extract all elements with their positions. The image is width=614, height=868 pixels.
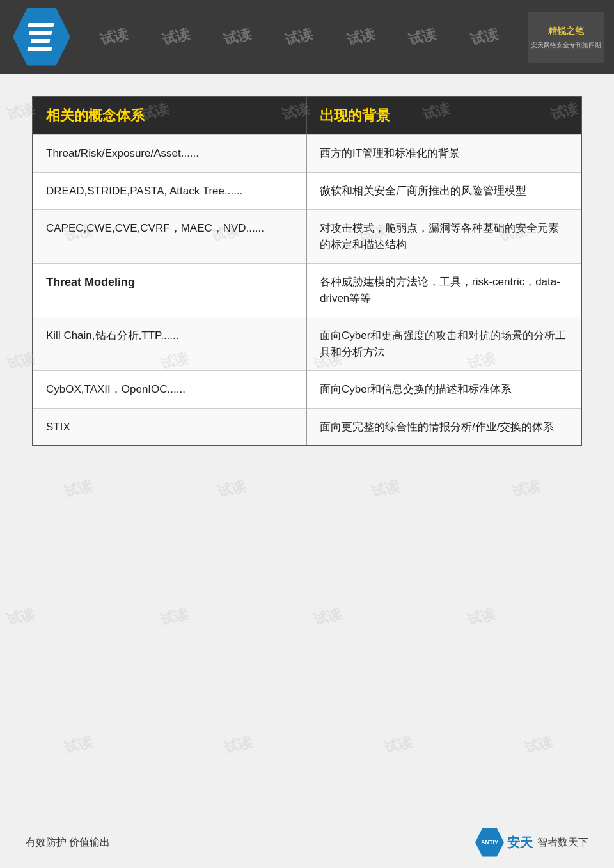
page-watermark: 试读 [158, 604, 190, 630]
concept-table: 相关的概念体系 出现的背景 Threat/Risk/Exposure/Asset… [32, 96, 582, 446]
header-wm-3: 试读 [221, 24, 253, 49]
footer-logo-area: ANTIY 安天 智者数天下 [475, 828, 588, 857]
table-row: Kill Chain,钻石分析,TTP...... [33, 317, 307, 370]
table-row: 面向更完整的综合性的情报分析/作业/交换的体系 [307, 408, 581, 446]
page-watermark: 试读 [62, 477, 94, 502]
header-wm-4: 试读 [283, 24, 315, 49]
footer-brand-sub: 智者数天下 [537, 836, 588, 849]
antiy-logo [13, 8, 70, 66]
table-row: Threat/Risk/Exposure/Asset...... [33, 134, 307, 172]
footer-antiy-logo-icon: ANTIY [475, 828, 504, 857]
table-row: 微软和相关安全厂商所推出的风险管理模型 [307, 172, 581, 210]
col2-header: 出现的背景 [307, 97, 581, 134]
col1-header: 相关的概念体系 [33, 97, 307, 134]
footer: 有效防护 价值输出 ANTIY 安天 智者数天下 [0, 817, 614, 868]
header-wm-6: 试读 [406, 24, 438, 49]
table-row: CybOX,TAXII，OpenIOC...... [33, 370, 307, 408]
header-wm-5: 试读 [345, 24, 377, 49]
main-content: 相关的概念体系 出现的背景 Threat/Risk/Exposure/Asset… [0, 74, 614, 469]
table-row: 面向Cyber和更高强度的攻击和对抗的场景的分析工具和分析方法 [307, 317, 581, 370]
page-watermark: 试读 [4, 604, 36, 630]
page-watermark: 试读 [369, 477, 401, 502]
table-row: 对攻击模式，脆弱点，漏洞等各种基础的安全元素的标定和描述结构 [307, 209, 581, 263]
header-wm-7: 试读 [468, 24, 500, 49]
table-row: 面向Cyber和信息交换的描述和标准体系 [307, 370, 581, 408]
table-row: 西方的IT管理和标准化的背景 [307, 134, 581, 172]
table-row: DREAD,STRIDE,PASTA, Attack Tree...... [33, 172, 307, 210]
page-watermark: 试读 [382, 732, 414, 758]
header-right-logo: 精锐之笔 安天网络安全专刊第四期 [528, 12, 604, 63]
page-watermark: 试读 [523, 732, 555, 758]
header-watermarks: 试读 试读 试读 试读 试读 试读 试读 [70, 28, 528, 47]
table-row: 各种威胁建模的方法论，工具，risk-centric，data-driven等等 [307, 263, 581, 317]
footer-brand-main: 安天 [507, 834, 533, 851]
page-watermark: 试读 [216, 477, 248, 502]
table-row: Threat Modeling [33, 263, 307, 317]
header-right-logo-line1: 精锐之笔 [531, 24, 601, 38]
page-watermark: 试读 [510, 477, 542, 502]
footer-tagline: 有效防护 价值输出 [26, 836, 110, 849]
table-row: STIX [33, 408, 307, 446]
table-row: CAPEC,CWE,CVE,CVRF，MAEC，NVD...... [33, 209, 307, 263]
header-right-logo-line2: 安天网络安全专刊第四期 [531, 40, 601, 50]
table-body: Threat/Risk/Exposure/Asset......西方的IT管理和… [33, 134, 581, 445]
header-wm-1: 试读 [98, 24, 130, 49]
page-watermark: 试读 [311, 604, 343, 630]
header-wm-2: 试读 [159, 24, 191, 49]
table-header-row: 相关的概念体系 出现的背景 [33, 97, 581, 134]
page-watermark: 试读 [222, 732, 254, 758]
page-watermark: 试读 [465, 604, 497, 630]
footer-antiy-logo-text: ANTIY [481, 839, 498, 846]
header: 试读 试读 试读 试读 试读 试读 试读 精锐之笔 安天网络安全专刊第四期 [0, 0, 614, 74]
page-watermark: 试读 [62, 732, 94, 758]
